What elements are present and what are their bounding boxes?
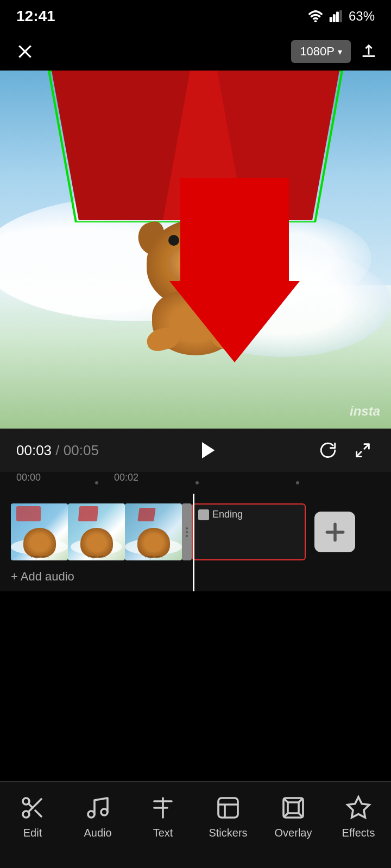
clip-1[interactable]: Yogkimita	[11, 503, 68, 560]
toolbar-item-stickers[interactable]: Stickers	[201, 793, 255, 839]
clip-2[interactable]: Yogkimita	[68, 503, 125, 560]
toolbar-item-overlay[interactable]: Overlay	[266, 793, 320, 839]
playback-center	[194, 437, 221, 464]
ending-label: Ending	[198, 509, 243, 520]
play-button[interactable]	[194, 437, 221, 464]
clip-thumb-dog-1	[23, 528, 56, 558]
toolbar-icon-effects	[344, 793, 374, 822]
scissors-icon	[20, 795, 46, 821]
toolbar-label-edit: Edit	[23, 827, 42, 839]
toolbar-item-edit[interactable]: Edit	[5, 793, 60, 839]
svg-rect-1	[330, 17, 332, 22]
wifi-icon	[307, 10, 324, 22]
export-button[interactable]	[360, 42, 378, 61]
toolbar-icon-overlay	[279, 793, 308, 822]
svg-marker-12	[169, 178, 300, 362]
timeline-marker-0: 00:00	[16, 472, 41, 483]
quality-chevron: ▾	[338, 47, 342, 57]
close-button[interactable]	[13, 40, 37, 63]
rewind-icon	[319, 441, 337, 459]
clip-thumbnail-2: Yogkimita	[68, 503, 125, 560]
ending-clip[interactable]: Ending	[192, 503, 306, 560]
svg-rect-30	[288, 802, 299, 813]
play-icon	[197, 439, 218, 461]
clip-thumbnail-3: Yogkimita	[125, 503, 182, 560]
toolbar-label-audio: Audio	[84, 827, 111, 839]
toolbar-icon-audio	[83, 793, 113, 822]
add-clip-button[interactable]	[314, 512, 355, 552]
toolbar-icon-edit	[18, 793, 48, 822]
top-bar: 1080P ▾	[0, 33, 391, 71]
svg-marker-13	[202, 442, 215, 458]
clip-thumb-cape-2	[78, 506, 98, 521]
empty-space	[0, 591, 391, 743]
toolbar-label-effects: Effects	[342, 827, 375, 839]
toolbar-item-effects[interactable]: Effects	[331, 793, 386, 839]
toolbar-label-text: Text	[153, 827, 173, 839]
clip-thumb-cape	[16, 506, 41, 521]
clips-row: Yogkimita Yogkimita Yogkimita	[11, 503, 355, 560]
svg-point-23	[88, 811, 94, 818]
status-time: 12:41	[16, 8, 55, 25]
svg-rect-3	[336, 11, 339, 22]
svg-line-22	[28, 803, 33, 808]
ending-clip-text: Ending	[212, 509, 243, 520]
clip-thumb-cape-3	[137, 508, 156, 521]
overlay-icon	[280, 795, 306, 821]
svg-rect-28	[218, 798, 238, 818]
quality-button[interactable]: 1080P ▾	[291, 40, 351, 63]
clip-thumb-wm-2: Yogkimita	[87, 554, 105, 559]
music-icon	[85, 795, 111, 821]
timeline-dot-2	[195, 481, 199, 484]
toolbar-label-stickers: Stickers	[209, 827, 247, 839]
timeline-playhead	[193, 494, 194, 591]
timeline-markers: 00:00 00:02	[11, 472, 380, 494]
clip-thumb-dog-2	[80, 528, 113, 558]
timeline-bar: 00:00 00:02	[0, 472, 391, 494]
svg-rect-2	[333, 14, 336, 22]
clip-handle[interactable]	[182, 503, 192, 560]
battery-text: 63%	[349, 9, 375, 24]
current-time: 00:03	[16, 442, 52, 458]
timeline-dot-3	[296, 481, 299, 484]
ending-clip-icon	[198, 509, 209, 520]
clip-thumbnail-1: Yogkimita	[11, 503, 68, 560]
export-icon	[360, 42, 378, 61]
toolbar-label-overlay: Overlay	[275, 827, 312, 839]
dog-scene: insta	[0, 71, 391, 429]
stickers-icon	[215, 795, 241, 821]
quality-label: 1080P	[300, 44, 335, 59]
add-audio-row[interactable]: + Add audio	[11, 570, 74, 584]
plus-icon	[323, 520, 347, 544]
clip-3[interactable]: Yogkimita	[125, 503, 182, 560]
status-icons: 63%	[307, 9, 375, 24]
timeline-marker-2: 00:02	[114, 472, 138, 483]
fullscreen-button[interactable]	[351, 438, 375, 462]
time-separator: /	[55, 442, 59, 458]
clip-thumb-wm-1: Yogkimita	[30, 554, 48, 559]
toolbar-item-text[interactable]: Text	[136, 793, 190, 839]
close-icon	[16, 43, 34, 60]
clip-thumb-dog-3	[137, 528, 170, 558]
signal-icon	[329, 10, 343, 22]
total-time: 00:05	[64, 442, 99, 458]
clip-handle-dots	[186, 527, 188, 537]
toolbar-item-audio[interactable]: Audio	[71, 793, 125, 839]
fullscreen-icon	[354, 441, 372, 459]
add-audio-label: + Add audio	[11, 570, 74, 584]
text-icon	[150, 795, 176, 821]
clip-thumb-wm-3: Yogkimita	[144, 554, 162, 559]
timeline-dot-1	[95, 481, 98, 484]
rewind-button[interactable]	[316, 438, 340, 462]
svg-point-0	[314, 20, 317, 22]
svg-line-21	[35, 810, 41, 816]
timeline-area: Yogkimita Yogkimita Yogkimita	[0, 494, 391, 591]
effects-icon	[345, 795, 371, 821]
status-bar: 12:41 63%	[0, 0, 391, 33]
svg-rect-4	[339, 10, 342, 22]
watermark-text: insta	[350, 404, 380, 418]
playback-controls: 00:03 / 00:05	[0, 429, 391, 472]
controls-right	[316, 438, 375, 462]
toolbar-icon-text	[148, 793, 178, 822]
watermark: insta	[350, 404, 380, 419]
